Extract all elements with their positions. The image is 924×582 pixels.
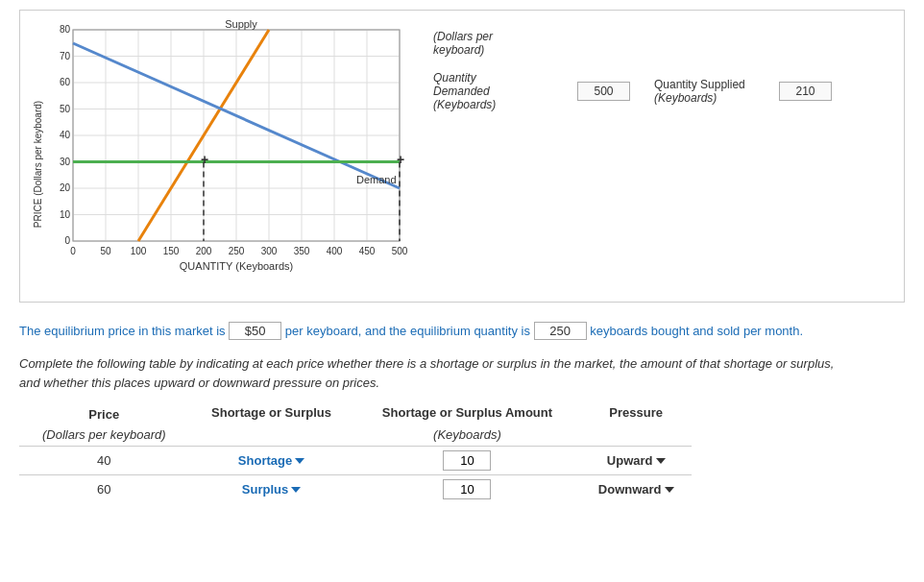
svg-text:100: 100 (131, 246, 147, 256)
instruction-text: Complete the following table by indicati… (19, 354, 905, 392)
svg-text:500: 500 (392, 246, 408, 256)
svg-text:30: 30 (60, 157, 71, 167)
x-axis-label: QUANTITY (Keyboards) (180, 260, 293, 272)
row1-shortage-link[interactable]: Shortage (238, 453, 304, 468)
row2-surplus-dropdown[interactable]: Surplus (189, 475, 354, 504)
row1-pressure[interactable]: Upward (580, 447, 692, 475)
row1-pressure-text: Upward (607, 453, 653, 468)
plus-sign-2: + (397, 152, 404, 167)
svg-text:250: 250 (229, 246, 245, 256)
row1-amount-input[interactable] (443, 450, 491, 471)
row1-price: 40 (19, 447, 189, 475)
top-section: PRICE (Dollars per keyboard) (19, 10, 905, 303)
svg-text:0: 0 (70, 246, 76, 256)
shortage-surplus-sub-header (189, 424, 354, 447)
shortage-surplus-table: Price Shortage or Surplus Shortage or Su… (19, 401, 692, 503)
instruction-line1: Complete the following table by indicati… (19, 356, 834, 371)
y-axis-label: PRICE (Dollars per keyboard) (33, 101, 43, 228)
svg-text:150: 150 (163, 246, 180, 256)
price-sub-header: (Dollars per keyboard) (19, 424, 189, 447)
right-panel: (Dollars perkeyboard) QuantityDemanded(K… (433, 20, 894, 292)
amount-header-group: Shortage or Surplus Amount (354, 401, 581, 424)
qty-demanded-label: QuantityDemanded(Keyboards) (433, 71, 568, 111)
table-row: 40 Shortage Upward (19, 447, 692, 475)
x-tick-labels: 0 50 100 150 200 250 300 350 400 450 500 (70, 246, 408, 256)
svg-text:350: 350 (294, 246, 310, 256)
chart-area: PRICE (Dollars per keyboard) (30, 20, 414, 292)
row2-pressure-text: Downward (598, 482, 662, 497)
row2-surplus-text: Surplus (242, 482, 288, 497)
qty-supplied-value: 210 (779, 82, 832, 101)
row1-pressure-link[interactable]: Upward (607, 453, 666, 468)
row2-amount-input[interactable] (443, 479, 491, 499)
equilibrium-section: The equilibrium price in this market is … (19, 322, 905, 340)
row2-pressure-link[interactable]: Downward (598, 482, 674, 497)
shortage-surplus-header: Shortage or Surplus (189, 401, 354, 424)
table-body: 40 Shortage Upward (19, 447, 692, 504)
row1-pressure-arrow-icon (656, 458, 666, 464)
right-panel-label1: (Dollars perkeyboard) (433, 30, 493, 57)
svg-text:10: 10 (60, 209, 71, 220)
row2-price: 60 (19, 475, 189, 504)
svg-text:300: 300 (261, 246, 278, 256)
price-header-label: Price (88, 407, 119, 422)
svg-text:70: 70 (60, 51, 71, 61)
table-row: 60 Surplus Downward (19, 475, 692, 504)
row2-pressure-arrow-icon (665, 487, 674, 493)
instruction-line2: and whether this places upward or downwa… (19, 376, 379, 390)
qty-demanded-value: 500 (577, 82, 630, 101)
main-container: PRICE (Dollars per keyboard) (0, 0, 924, 513)
row2-surplus-link[interactable]: Surplus (242, 482, 301, 497)
svg-text:50: 50 (60, 104, 71, 114)
row2-pressure[interactable]: Downward (580, 475, 692, 504)
svg-text:200: 200 (196, 246, 212, 256)
svg-text:0: 0 (64, 235, 70, 246)
svg-text:80: 80 (60, 24, 71, 35)
amount-sub-header: (Keyboards) (354, 424, 581, 447)
right-panel-qty-demanded-row: QuantityDemanded(Keyboards) 500 Quantity… (433, 71, 894, 111)
supply-label: Supply (225, 20, 257, 30)
row2-amount (354, 475, 581, 504)
pressure-header: Pressure (580, 401, 692, 424)
pressure-sub-header (580, 424, 692, 447)
svg-text:60: 60 (60, 77, 71, 87)
svg-text:50: 50 (100, 246, 111, 256)
row2-surplus-arrow-icon (291, 487, 301, 493)
row1-shortage-text: Shortage (238, 453, 292, 468)
plus-sign-1: + (201, 152, 208, 167)
row1-shortage-arrow-icon (295, 458, 304, 464)
right-panel-row1: (Dollars perkeyboard) (433, 30, 894, 57)
svg-text:400: 400 (327, 246, 343, 256)
svg-text:450: 450 (359, 246, 376, 256)
price-header-group: Price (19, 401, 189, 424)
row1-shortage-dropdown[interactable]: Shortage (189, 447, 354, 475)
equilibrium-text3: keyboards bought and sold per month. (590, 324, 803, 338)
equilibrium-price-input[interactable]: $50 (229, 322, 281, 340)
demand-label: Demand (356, 174, 397, 185)
row1-amount (354, 447, 581, 475)
equilibrium-text2: per keyboard, and the equilibrium quanti… (285, 324, 530, 338)
svg-text:40: 40 (60, 130, 71, 140)
equilibrium-text1: The equilibrium price in this market is (19, 324, 226, 338)
y-tick-labels: 0 10 20 30 40 50 60 70 80 (60, 24, 71, 246)
qty-supplied-label: Quantity Supplied(Keyboards) (654, 78, 769, 105)
equilibrium-quantity-input[interactable]: 250 (534, 322, 587, 340)
svg-text:20: 20 (60, 182, 71, 193)
supply-demand-chart: PRICE (Dollars per keyboard) (30, 20, 414, 289)
